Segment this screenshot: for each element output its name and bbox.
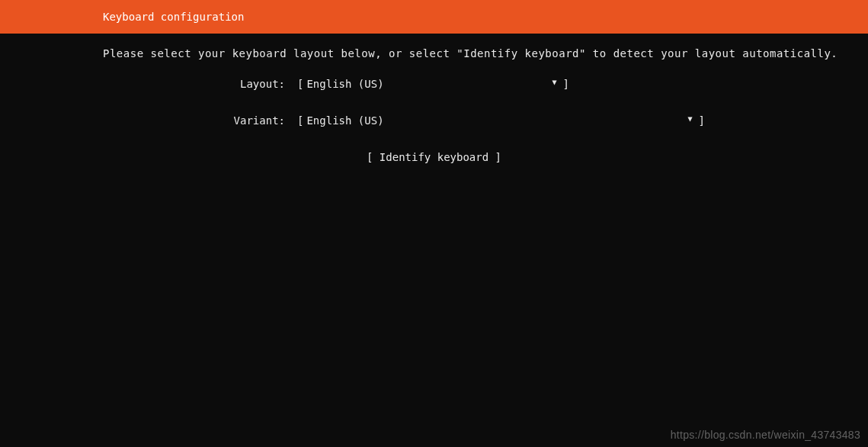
chevron-down-icon: ▼: [552, 78, 556, 86]
bracket-close: ]: [562, 78, 569, 90]
bracket-close: ]: [698, 114, 704, 127]
layout-value: English (US): [303, 78, 386, 90]
bracket-close: ]: [495, 151, 501, 163]
layout-select-container: English (US) ▼: [303, 78, 562, 90]
watermark-text: https://blog.csdn.net/weixin_43743483: [671, 429, 860, 441]
identify-row: [ Identify keyboard ]: [0, 151, 868, 163]
identify-keyboard-button[interactable]: [ Identify keyboard ]: [367, 151, 501, 163]
variant-value: English (US): [303, 114, 386, 127]
chevron-down-icon: ▼: [687, 114, 692, 123]
variant-label: Variant:: [0, 114, 297, 127]
main-content: Please select your keyboard layout below…: [0, 34, 868, 163]
bracket-open: [: [297, 78, 303, 90]
layout-row: Layout: [ English (US) ▼ ]: [0, 78, 868, 90]
variant-row: Variant: [ English (US) ▼ ]: [0, 114, 868, 127]
instruction-text: Please select your keyboard layout below…: [0, 47, 868, 59]
bracket-open: [: [367, 151, 380, 163]
layout-select[interactable]: [ English (US) ▼ ]: [297, 78, 569, 90]
identify-button-label: Identify keyboard: [380, 151, 488, 163]
layout-label: Layout:: [0, 78, 297, 90]
page-title: Keyboard configuration: [103, 11, 244, 23]
bracket-open: [: [297, 114, 303, 127]
variant-select[interactable]: [ English (US) ▼ ]: [297, 114, 705, 127]
header-bar: Keyboard configuration: [0, 0, 868, 34]
variant-select-container: English (US) ▼: [303, 114, 698, 127]
